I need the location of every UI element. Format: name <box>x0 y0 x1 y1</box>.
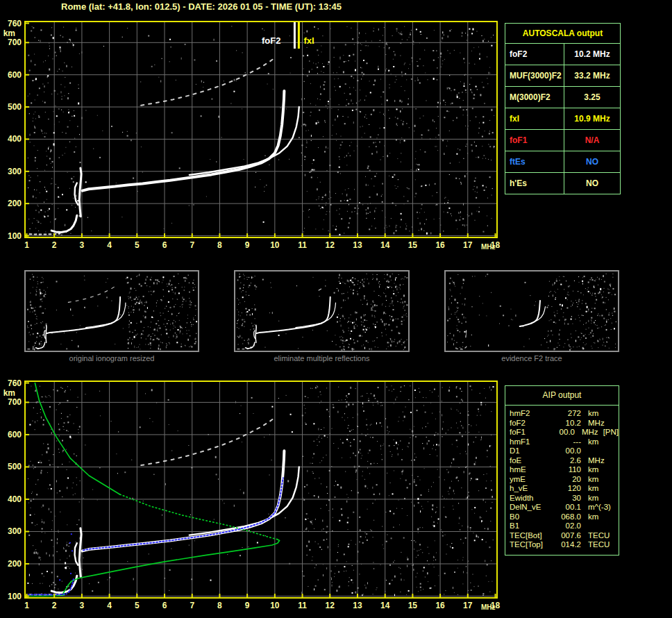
ionogram-canvas <box>26 272 198 351</box>
x-tick-label: 1 <box>19 240 35 250</box>
aip-row-unit: MHz <box>581 419 605 428</box>
x-tick-label: 11 <box>294 601 311 610</box>
aip-row-unit: km <box>581 475 598 485</box>
marker-label-foF2: foF2 <box>262 35 280 46</box>
x-tick-label: 8 <box>211 601 228 610</box>
aip-row-hmE: hmE110km <box>510 465 619 475</box>
aip-table-rows: hmF2272kmfoF210.2MHzfoF100.0MHz[PN]hmF1-… <box>505 406 619 550</box>
aip-row-unit: km <box>581 512 598 522</box>
trace-o_trace <box>83 451 285 551</box>
aip-row-label: hmF2 <box>510 409 549 419</box>
trace-e_bottom <box>30 234 60 235</box>
autoscala-table-header: AUTOSCALA output <box>505 24 620 44</box>
trace-cusp_arc <box>44 331 46 339</box>
aip-row-value: 2.6 <box>549 456 581 466</box>
x-tick-label: 14 <box>377 601 394 610</box>
autoscala-row-ftEs: ftEsNO <box>505 151 620 173</box>
x-tick-label: 9 <box>239 601 255 610</box>
aip-row-D1: D100.0 <box>510 446 619 456</box>
x-tick-label: 2 <box>46 601 62 610</box>
axis-ticks <box>26 23 496 237</box>
autoscala-row-foF2: foF210.2 MHz <box>505 44 620 65</box>
aip-row-unit: MHz <box>581 456 605 466</box>
aip-row-foF2: foF210.2MHz <box>510 419 619 428</box>
y-axis-unit-label: km <box>0 28 22 38</box>
autoscala-row-label: foF2 <box>505 44 564 65</box>
ionogram-canvas <box>446 272 618 351</box>
mini-panel-evidence-f2 <box>444 270 619 352</box>
x-tick-label: 5 <box>128 601 145 610</box>
y-tick-label: 300 <box>0 167 22 176</box>
aip-row-value: 120 <box>549 484 581 494</box>
trace-o_trace <box>257 297 330 333</box>
aip-row-DelN_vE: DelN_vE00.1m^(-3) <box>510 503 619 512</box>
aip-row-label: hmE <box>510 465 549 475</box>
aip-row-label: B1 <box>510 521 549 531</box>
x-tick-label: 17 <box>460 240 476 250</box>
trace-o_trace <box>47 297 121 333</box>
aip-row-label: DelN_vE <box>510 503 549 512</box>
aip-row-label: foF2 <box>510 419 549 428</box>
page-title: Rome (lat: +41.8, lon: 012.5) - DATE: 20… <box>61 1 342 12</box>
aip-row-unit: km <box>581 465 598 475</box>
trace-profile_top <box>35 383 119 495</box>
y-axis-unit-label: km <box>0 388 22 398</box>
autoscala-row-value: NO <box>564 173 620 194</box>
trace-blue_stray <box>59 533 73 581</box>
y-tick-label: 100 <box>0 231 22 241</box>
aip-row-label: B0 <box>510 512 549 522</box>
trace-multiple <box>141 417 275 465</box>
trace-p3_bottom <box>456 346 467 350</box>
y-tick-label: 760 <box>0 378 22 388</box>
x-tick-label: 16 <box>432 240 448 250</box>
mini-panel-original-ionogram <box>24 270 199 352</box>
aip-row-unit: km <box>581 494 598 503</box>
trace-o_trace <box>83 91 285 191</box>
autoscala-row-MUF(3000)F2: MUF(3000)F233.2 MHz <box>505 65 620 87</box>
autoscala-row-label: fxI <box>505 108 564 129</box>
x-tick-label: 7 <box>184 240 201 250</box>
trace-multiple <box>68 285 117 303</box>
ionogram-plot-aip <box>24 381 498 599</box>
x-tick-label: 7 <box>184 601 201 610</box>
ionogram-canvas: foF2fxI <box>26 22 496 237</box>
aip-row-label: foE <box>510 456 549 466</box>
aip-row-label: D1 <box>510 446 549 456</box>
autoscala-row-value: 3.25 <box>564 87 620 108</box>
aip-row-B1: B102.0 <box>510 521 619 531</box>
noise-speckles <box>447 274 616 351</box>
autoscala-row-value: N/A <box>564 130 620 151</box>
marker-fxI: fxI <box>299 22 314 49</box>
trace-cusp_arc <box>75 183 78 206</box>
y-tick-label: 200 <box>0 559 22 569</box>
y-tick-label: 700 <box>0 37 22 47</box>
autoscala-row-label: ftEs <box>505 151 564 172</box>
x-tick-label: 16 <box>432 601 448 610</box>
aip-row-value: 00.0 <box>549 446 581 456</box>
y-tick-label: 600 <box>0 70 22 80</box>
aip-row-TEC[Top]: TEC[Top]014.2TECU <box>510 540 619 550</box>
aip-row-foF1: foF100.0MHz[PN] <box>510 428 619 437</box>
aip-row-value: 10.2 <box>549 419 581 428</box>
x-tick-label: 1 <box>19 601 35 610</box>
x-tick-label: 17 <box>460 601 476 610</box>
x-tick-label: 8 <box>211 240 228 250</box>
trace-evidence_o <box>520 301 540 326</box>
aip-row-unit: km <box>581 409 598 419</box>
autoscala-table-rows: foF210.2 MHzMUF(3000)F233.2 MHzM(3000)F2… <box>505 44 620 194</box>
trace-blue_f <box>83 478 283 550</box>
y-tick-label: 500 <box>0 102 22 112</box>
aip-row-B0: B0068.0km <box>510 512 619 522</box>
marker-label-fxI: fxI <box>303 35 314 46</box>
aip-row-unit: km <box>581 437 598 447</box>
aip-row-value: 00.1 <box>549 503 581 512</box>
x-tick-label: 9 <box>239 240 255 250</box>
x-tick-label: 6 <box>156 240 173 250</box>
noise-speckles <box>237 274 408 351</box>
trace-cusp_arc <box>75 543 78 565</box>
x-tick-label: 5 <box>128 240 145 250</box>
y-tick-label: 700 <box>0 397 22 407</box>
aip-row-ymE: ymE20km <box>510 475 619 485</box>
trace-spike <box>79 528 81 577</box>
x-tick-label: 13 <box>349 240 366 250</box>
